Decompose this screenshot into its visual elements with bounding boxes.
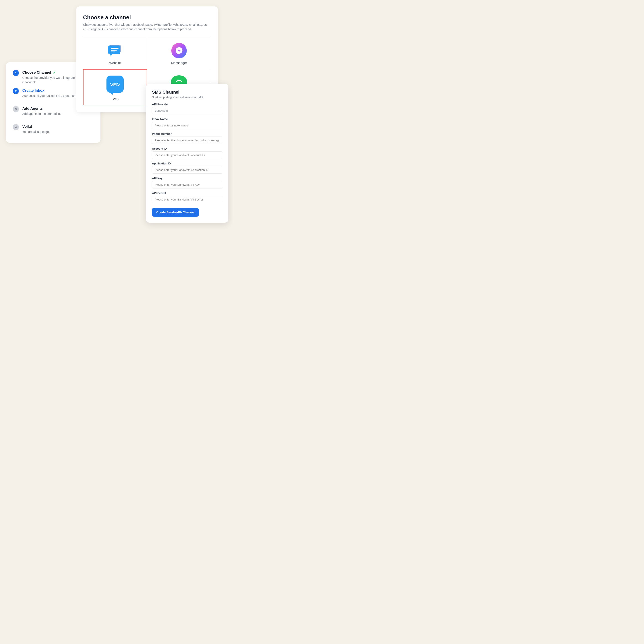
messenger-label: Messenger — [171, 61, 187, 65]
messenger-logo — [175, 46, 183, 55]
step-2-content: Create Inbox Authenticate your account a… — [22, 88, 84, 98]
step-4: 4 Voila! You are all set to go! — [13, 124, 94, 134]
api-secret-label: API Secret — [152, 191, 222, 195]
api-provider-field: API Provider — [152, 103, 222, 114]
step-2-title: Create Inbox — [22, 88, 84, 93]
create-bandwidth-channel-button[interactable]: Create Bandwidth Channel — [152, 208, 199, 217]
api-provider-label: API Provider — [152, 103, 222, 106]
step-4-circle: 4 — [13, 124, 19, 130]
channel-chooser-title: Choose a channel — [83, 14, 211, 21]
step-1-line — [16, 77, 16, 87]
step-2-circle: 2 — [13, 88, 19, 94]
step-3-title: Add Agents — [22, 106, 62, 111]
inbox-name-field: Inbox Name — [152, 117, 222, 129]
messenger-icon — [171, 43, 187, 58]
account-id-input[interactable] — [152, 151, 222, 159]
sms-form-card: SMS Channel Start supporting your custom… — [146, 84, 228, 223]
channel-website[interactable]: Website — [83, 37, 147, 69]
sms-form-title: SMS Channel — [152, 90, 222, 95]
application-id-input[interactable] — [152, 166, 222, 174]
svg-rect-6 — [111, 48, 118, 49]
step-2-desc: Authenticate your account a... create an… — [22, 94, 84, 98]
phone-number-field: Phone number — [152, 132, 222, 144]
application-id-label: Application ID — [152, 162, 222, 165]
svg-marker-9 — [110, 54, 112, 56]
step-2-connector: 2 — [13, 88, 19, 106]
phone-number-label: Phone number — [152, 132, 222, 135]
api-secret-field: API Secret — [152, 191, 222, 203]
application-id-field: Application ID — [152, 162, 222, 174]
channel-sms[interactable]: SMS SMS — [83, 69, 147, 105]
channel-messenger[interactable]: Messenger — [147, 37, 211, 69]
step-3-content: Add Agents Add agents to the created in.… — [22, 106, 62, 116]
step-4-connector: 4 — [13, 124, 19, 130]
account-id-field: Account ID — [152, 147, 222, 159]
step-1-circle: 1 — [13, 70, 19, 76]
api-key-label: API Key — [152, 177, 222, 180]
inbox-name-label: Inbox Name — [152, 117, 222, 121]
step-4-title: Voila! — [22, 125, 50, 129]
website-icon — [107, 43, 123, 58]
step-1-connector: 1 — [13, 70, 19, 88]
phone-number-input[interactable] — [152, 137, 222, 144]
sms-form-subtitle: Start supporting your customers via SMS. — [152, 96, 222, 99]
channel-chooser-desc: Chatwoot supports live-chat widget, Face… — [83, 23, 211, 32]
api-provider-input[interactable] — [152, 107, 222, 114]
step-4-desc: You are all set to go! — [22, 130, 50, 134]
api-secret-input[interactable] — [152, 196, 222, 203]
svg-rect-8 — [111, 52, 115, 52]
account-id-label: Account ID — [152, 147, 222, 150]
sms-icon: SMS — [106, 76, 124, 93]
step-3-line — [16, 113, 16, 123]
website-label: Website — [109, 61, 121, 65]
api-key-field: API Key — [152, 177, 222, 188]
sms-label: SMS — [112, 97, 119, 101]
step-3-desc: Add agents to the created in... — [22, 112, 62, 116]
svg-rect-7 — [111, 50, 117, 51]
phone-svg — [175, 78, 183, 83]
step-3-connector: 3 — [13, 106, 19, 124]
inbox-name-input[interactable] — [152, 122, 222, 129]
step-3-circle: 3 — [13, 106, 19, 112]
step-2-line — [16, 95, 16, 105]
step-1-check: ✓ — [53, 71, 56, 75]
step-4-content: Voila! You are all set to go! — [22, 124, 50, 134]
api-key-input[interactable] — [152, 181, 222, 188]
